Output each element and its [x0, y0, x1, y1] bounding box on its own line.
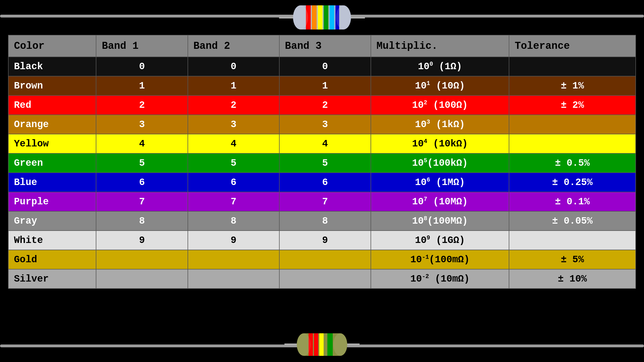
band-value: 7 [96, 192, 188, 211]
svg-point-23 [333, 333, 347, 356]
tolerance-value [509, 231, 636, 250]
color-name: Gold [8, 250, 96, 269]
table-row: Green555105(100kΩ)± 0.5% [8, 153, 636, 173]
band-value [279, 269, 371, 289]
band-value: 5 [188, 153, 279, 173]
band-value: 5 [279, 153, 371, 173]
multiplier-value: 103 (1kΩ) [371, 115, 509, 134]
band-value: 9 [279, 231, 371, 250]
band-value: 1 [96, 76, 188, 95]
table-row: Black000100 (1Ω) [8, 57, 636, 76]
col-band2: Band 2 [188, 35, 279, 57]
svg-rect-19 [314, 333, 318, 356]
table-header: Color Band 1 Band 2 Band 3 Multiplic. To… [8, 35, 636, 57]
band-value: 0 [96, 57, 188, 76]
band-value: 2 [188, 95, 279, 115]
band-value: 8 [279, 211, 371, 231]
svg-rect-20 [319, 333, 324, 356]
tolerance-value: ± 5% [509, 250, 636, 269]
band-value: 9 [188, 231, 279, 250]
band-value: 6 [279, 173, 371, 192]
band-value [279, 250, 371, 269]
band-value: 4 [96, 134, 188, 153]
band-value [96, 269, 188, 289]
tolerance-value [509, 134, 636, 153]
resistor-top [279, 0, 365, 35]
tolerance-value: ± 0.5% [509, 153, 636, 173]
band-value: 1 [188, 76, 279, 95]
col-band3: Band 3 [279, 35, 371, 57]
band-value: 3 [96, 115, 188, 134]
band-value: 3 [188, 115, 279, 134]
tolerance-value: ± 0.25% [509, 173, 636, 192]
svg-rect-7 [318, 5, 323, 29]
band-value: 1 [279, 76, 371, 95]
svg-rect-8 [324, 5, 328, 29]
color-name: Gray [8, 211, 96, 231]
col-band1: Band 1 [96, 35, 188, 57]
color-name: Yellow [8, 134, 96, 153]
multiplier-value: 105(100kΩ) [371, 153, 509, 173]
col-tol: Tolerance [509, 35, 636, 57]
band-value [96, 250, 188, 269]
tolerance-value: ± 10% [509, 269, 636, 289]
svg-rect-9 [330, 5, 334, 29]
table-row: White999109 (1GΩ) [8, 231, 636, 250]
band-value: 2 [279, 95, 371, 115]
color-name: Brown [8, 76, 96, 95]
multiplier-value: 10-2 (10mΩ) [371, 269, 509, 289]
band-value: 5 [96, 153, 188, 173]
band-value [188, 269, 279, 289]
band-value: 3 [279, 115, 371, 134]
multiplier-value: 100 (1Ω) [371, 57, 509, 76]
band-value: 0 [279, 57, 371, 76]
band-value: 4 [188, 134, 279, 153]
band-value: 8 [96, 211, 188, 231]
table-row: Yellow444104 (10kΩ) [8, 134, 636, 153]
tolerance-value: ± 0.1% [509, 192, 636, 211]
multiplier-value: 101 (10Ω) [371, 76, 509, 95]
col-color: Color [8, 35, 96, 57]
tolerance-value: ± 1% [509, 76, 636, 95]
band-value: 0 [188, 57, 279, 76]
color-name: White [8, 231, 96, 250]
multiplier-value: 104 (10kΩ) [371, 134, 509, 153]
band-value: 7 [188, 192, 279, 211]
table-row: Red222102 (100Ω)± 2% [8, 95, 636, 115]
color-name: Silver [8, 269, 96, 289]
multiplier-value: 106 (1MΩ) [371, 173, 509, 192]
table-row: Blue666106 (1MΩ)± 0.25% [8, 173, 636, 192]
svg-point-22 [297, 333, 311, 356]
multiplier-value: 108(100MΩ) [371, 211, 509, 231]
color-name: Orange [8, 115, 96, 134]
band-value: 6 [188, 173, 279, 192]
table-row: Purple777107 (10MΩ)± 0.1% [8, 192, 636, 211]
table-row: Silver10-2 (10mΩ)± 10% [8, 269, 636, 289]
tolerance-value [509, 115, 636, 134]
svg-point-12 [336, 5, 351, 29]
svg-rect-6 [312, 5, 317, 29]
col-mult: Multiplic. [371, 35, 509, 57]
tolerance-value: ± 2% [509, 95, 636, 115]
color-name: Red [8, 95, 96, 115]
color-table: Color Band 1 Band 2 Band 3 Multiplic. To… [8, 35, 636, 324]
band-value: 4 [279, 134, 371, 153]
multiplier-value: 107 (10MΩ) [371, 192, 509, 211]
svg-point-11 [293, 5, 308, 29]
multiplier-value: 109 (1GΩ) [371, 231, 509, 250]
color-name: Black [8, 57, 96, 76]
color-name: Blue [8, 173, 96, 192]
tolerance-value [509, 57, 636, 76]
resistor-bottom [284, 327, 360, 362]
table-row: Orange333103 (1kΩ) [8, 115, 636, 134]
table-row: Brown111101 (10Ω)± 1% [8, 76, 636, 95]
band-value: 6 [96, 173, 188, 192]
multiplier-value: 102 (100Ω) [371, 95, 509, 115]
table-row: Gold10-1(100mΩ)± 5% [8, 250, 636, 269]
table-row: Gray888108(100MΩ)± 0.05% [8, 211, 636, 231]
multiplier-value: 10-1(100mΩ) [371, 250, 509, 269]
band-value: 2 [96, 95, 188, 115]
band-value: 9 [96, 231, 188, 250]
tolerance-value: ± 0.05% [509, 211, 636, 231]
band-value: 8 [188, 211, 279, 231]
